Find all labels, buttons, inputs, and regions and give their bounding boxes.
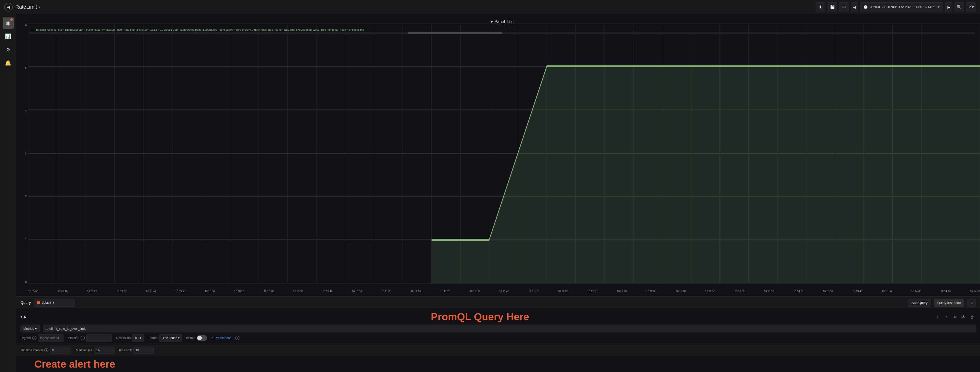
options-row: Legend i Min step i Resolution 1/1 ▾ <box>21 334 976 342</box>
x-label: 16:13:30 <box>823 290 833 293</box>
metrics-btn-label: Metrics ▾ <box>23 327 37 331</box>
instant-toggle[interactable] <box>197 335 207 341</box>
legend-info-icon[interactable]: i <box>32 336 37 340</box>
move-up-button[interactable]: ↑ <box>943 313 950 321</box>
legend-group: Legend i <box>21 334 64 342</box>
share-button[interactable]: ⬆ <box>816 2 825 12</box>
add-query-button[interactable]: Add Query <box>908 299 931 307</box>
chart-svg <box>28 24 980 283</box>
min-time-interval-label: Min time interval <box>21 348 43 352</box>
x-label: 16:14:10 <box>940 290 951 293</box>
x-label: 16:09:30 <box>116 290 127 293</box>
legend-input[interactable] <box>38 334 64 342</box>
time-nav-back[interactable]: ◀ <box>851 2 858 12</box>
trash-icon: 🗑 <box>970 315 974 319</box>
metrics-button[interactable]: Metrics ▾ <box>21 325 40 332</box>
help-button[interactable]: ? <box>967 299 976 307</box>
x-label: 16:11:00 <box>382 290 391 293</box>
sidebar-item-chart[interactable]: 📊 <box>3 31 14 42</box>
x-label: 16:13:20 <box>794 290 803 293</box>
min-step-input[interactable] <box>86 334 112 342</box>
time-nav-forward[interactable]: ▶ <box>945 2 952 12</box>
content-area: ♥ Panel Title 0 1 2 3 4 5 6 <box>16 14 980 372</box>
query-inspector-button[interactable]: Query Inspector <box>934 299 964 307</box>
resolution-caret: ▾ <box>140 336 142 340</box>
share-icon: ⬆ <box>819 5 822 9</box>
x-label: 16:12:20 <box>617 290 627 293</box>
datasource-select[interactable]: default ▾ <box>34 299 75 307</box>
resolution-select[interactable]: 1/1 ▾ <box>132 334 144 342</box>
duplicate-button[interactable]: ⧉ <box>951 313 958 321</box>
query-header: Query default ▾ Add Query Query Inspecto… <box>16 296 980 309</box>
time-shift-input[interactable] <box>133 347 154 354</box>
resolution-label: Resolution <box>116 336 130 340</box>
bottom-options: Min time interval i Relative time Time s… <box>16 344 980 356</box>
x-label: 16:10:40 <box>323 290 332 293</box>
prometheus-info-icon[interactable]: i <box>235 336 240 340</box>
chart-container: ♥ Panel Title 0 1 2 3 4 5 6 <box>16 14 980 296</box>
time-range-caret: ▾ <box>938 5 940 9</box>
delete-query-button[interactable]: 🗑 <box>969 313 976 321</box>
relative-time-input[interactable] <box>94 347 115 354</box>
format-value: Time series <box>161 336 177 340</box>
row-actions: ↓ ↑ ⧉ 👁 🗑 <box>934 313 976 321</box>
time-range-text: 2020-01-06 16:08:51 to 2020-01-06 16:14:… <box>870 5 936 9</box>
scroll-track[interactable] <box>29 32 975 34</box>
query-section: Query default ▾ Add Query Query Inspecto… <box>16 296 980 372</box>
save-button[interactable]: 💾 <box>827 2 837 12</box>
query-letter: A <box>23 315 26 319</box>
zoom-button[interactable]: 🔍 <box>955 2 964 12</box>
gear-icon: ⚙ <box>842 5 846 9</box>
chevron-left-icon: ◀ <box>853 5 856 9</box>
x-label: 16:12:30 <box>646 290 656 293</box>
sidebar-item-graph[interactable]: ◉ <box>3 17 14 28</box>
metrics-input[interactable] <box>43 325 976 332</box>
title-caret[interactable]: ▾ <box>38 5 40 9</box>
min-time-interval-info-icon[interactable]: i <box>44 348 48 352</box>
time-range-picker[interactable]: 🕐 2020-01-06 16:08:51 to 2020-01-06 16:1… <box>860 2 943 12</box>
relative-time-group: Relative time <box>75 347 114 354</box>
topbar: ◀ RateLimit ▾ ⬆ 💾 ⚙ ◀ 🕐 2020-01-06 16:08… <box>0 0 980 14</box>
query-label: Query <box>21 301 31 305</box>
collapse-button[interactable]: ▾ A <box>21 315 26 319</box>
datasource-name: default <box>42 301 51 304</box>
x-label: 16:12:10 <box>587 290 597 293</box>
x-label: 16:09:50 <box>175 290 185 293</box>
sidebar-item-alert[interactable]: 🔔 <box>3 57 14 68</box>
alert-placeholder[interactable]: Create alert here <box>34 358 115 370</box>
prometheus-link[interactable]: ↗ Prometheus <box>211 336 231 340</box>
refresh-caret-icon: ▾ <box>972 5 974 9</box>
min-step-label: Min step <box>68 336 79 340</box>
move-down-button[interactable]: ↓ <box>934 313 941 321</box>
x-label: 16:12:00 <box>558 290 568 293</box>
time-shift-group: Time shift <box>119 347 154 354</box>
back-button[interactable]: ◀ <box>4 3 13 11</box>
external-link-icon: ↗ <box>211 336 214 340</box>
sidebar-item-settings[interactable]: ⚙ <box>3 44 14 55</box>
alert-section: Create alert here <box>16 356 980 372</box>
min-step-info-icon[interactable]: i <box>81 336 85 340</box>
toggle-visibility-button[interactable]: 👁 <box>960 313 967 321</box>
toggle-knob <box>197 336 202 340</box>
min-step-group: Min step i <box>68 334 112 342</box>
scroll-thumb[interactable] <box>407 32 502 34</box>
zoom-icon: 🔍 <box>957 5 962 9</box>
settings-button[interactable]: ⚙ <box>839 2 849 12</box>
x-label: 16:09:10 <box>57 290 68 293</box>
y-label-6: 6 <box>25 24 27 27</box>
resolution-value: 1/1 <box>134 336 139 340</box>
back-icon: ◀ <box>7 5 10 9</box>
bell-icon: 🔔 <box>5 60 11 66</box>
refresh-button[interactable]: ↺ ▾ <box>966 2 976 12</box>
topbar-left: ◀ RateLimit ▾ <box>4 3 813 11</box>
dashboard-name: RateLimit <box>15 4 37 10</box>
main-container: ◉ 📊 ⚙ 🔔 ♥ Panel Title 0 1 2 3 4 <box>0 14 980 372</box>
min-time-interval-group: Min time interval i <box>21 347 70 354</box>
arrow-down-icon: ↓ <box>937 315 939 319</box>
x-label: 16:11:40 <box>499 290 509 293</box>
x-label: 16:13:00 <box>735 290 745 293</box>
format-select[interactable]: Time series ▾ <box>159 334 182 342</box>
min-time-interval-input[interactable] <box>50 347 70 354</box>
y-label-4: 4 <box>25 109 27 112</box>
instant-label: Instant <box>186 336 195 340</box>
